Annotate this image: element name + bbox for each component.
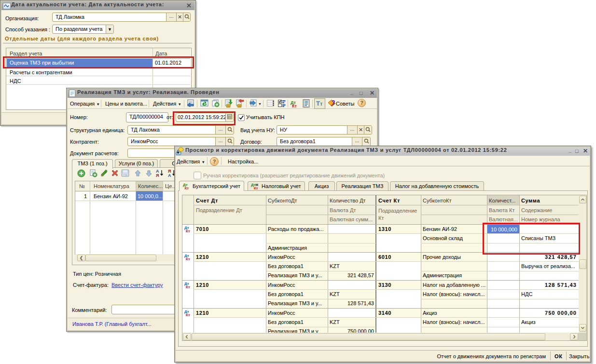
svg-text:?: ? (332, 99, 335, 106)
svg-text:ГОК: ГОК (123, 174, 127, 176)
svg-text:Я: Я (156, 173, 159, 177)
svg-text:А: А (168, 173, 171, 177)
